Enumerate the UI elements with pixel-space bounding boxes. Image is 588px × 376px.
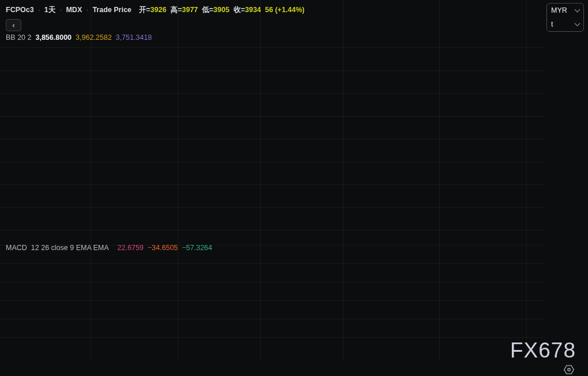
change-value: 56 (+1.44%) bbox=[265, 6, 304, 14]
trading-chart-app: FCPOc3 · 1天 · MDX · Trade Price 开=3926 高… bbox=[0, 0, 588, 376]
interval-label: 1天 bbox=[44, 5, 55, 15]
currency-dropdown[interactable]: MYR bbox=[547, 3, 583, 17]
currency-unit-selector: MYR t bbox=[546, 3, 584, 32]
bb-legend[interactable]: BB 20 2 3,856.8000 3,962.2582 3,751.3418 bbox=[6, 33, 152, 42]
unit-label: t bbox=[551, 20, 553, 28]
high-value: 3977 bbox=[182, 6, 198, 14]
macd-hist-value: 22.6759 bbox=[118, 244, 144, 252]
symbol-legend[interactable]: FCPOc3 · 1天 · MDX · Trade Price 开=3926 高… bbox=[6, 5, 305, 15]
macd-legend[interactable]: MACD 12 26 close 9 EMA EMA 22.6759 −34.6… bbox=[6, 244, 212, 252]
back-button[interactable]: ‹ bbox=[6, 19, 21, 31]
macd-signal-value: −57.3264 bbox=[182, 244, 212, 252]
watermark: FX678 bbox=[510, 338, 576, 363]
chevron-left-icon: ‹ bbox=[12, 21, 14, 29]
separator: · bbox=[86, 6, 88, 14]
separator: · bbox=[59, 6, 62, 14]
low-label: 低= bbox=[202, 5, 214, 15]
macd-line-value: −34.6505 bbox=[148, 244, 178, 252]
open-label: 开= bbox=[139, 5, 151, 15]
high-label: 高= bbox=[170, 5, 182, 15]
macd-params: 12 26 close 9 EMA EMA bbox=[31, 244, 109, 252]
exchange-label: MDX bbox=[66, 6, 82, 14]
chart-canvas[interactable] bbox=[0, 0, 588, 376]
price-type-label: Trade Price bbox=[92, 6, 131, 14]
close-value: 3934 bbox=[245, 6, 261, 14]
unit-dropdown[interactable]: t bbox=[547, 17, 583, 31]
bb-title: BB 20 2 bbox=[6, 33, 31, 42]
bb-basis-value: 3,856.8000 bbox=[35, 33, 72, 42]
bb-lower-value: 3,751.3418 bbox=[116, 33, 152, 42]
close-label: 收= bbox=[234, 5, 245, 15]
open-value: 3926 bbox=[151, 6, 167, 14]
currency-label: MYR bbox=[551, 6, 567, 14]
symbol-name: FCPOc3 bbox=[6, 6, 34, 14]
separator: · bbox=[38, 6, 40, 14]
bb-upper-value: 3,962.2582 bbox=[76, 33, 112, 42]
chevron-down-icon bbox=[575, 7, 580, 13]
low-value: 3905 bbox=[214, 6, 230, 14]
settings-hexagon-icon[interactable] bbox=[563, 363, 575, 376]
macd-title: MACD bbox=[6, 244, 27, 252]
chevron-down-icon bbox=[575, 21, 580, 27]
